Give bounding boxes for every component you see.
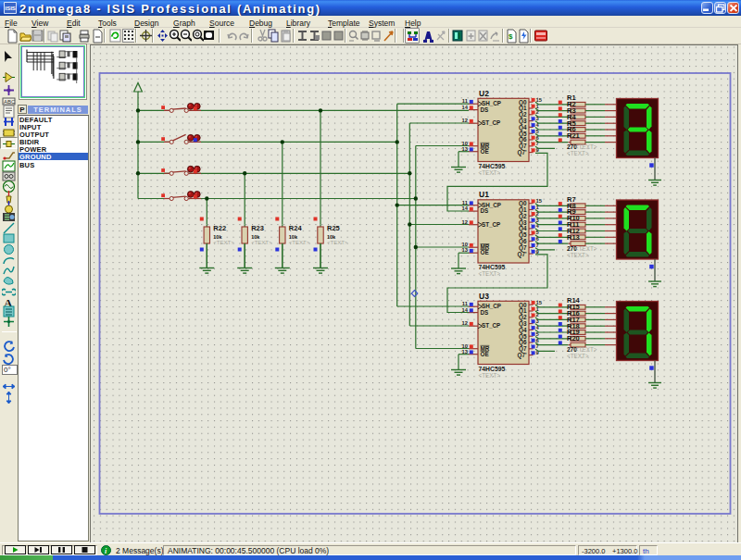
svg-text:R22: R22 [213, 224, 226, 232]
svg-text:Q7': Q7' [518, 352, 527, 359]
svg-text:OE: OE [481, 148, 489, 155]
svg-text:10k: 10k [251, 234, 260, 240]
svg-text:<TEXT>: <TEXT> [251, 240, 272, 245]
svg-text:DS: DS [481, 106, 489, 113]
svg-text:$: $ [509, 32, 513, 41]
svg-text:<TEXT>: <TEXT> [575, 143, 597, 150]
svg-text:<TEXT>: <TEXT> [479, 270, 501, 277]
svg-text:10k: 10k [327, 234, 336, 240]
svg-text:<TEXT>: <TEXT> [575, 346, 597, 353]
svg-text:74HC595: 74HC595 [479, 264, 506, 270]
svg-text:14: 14 [462, 307, 469, 313]
svg-text:DS: DS [481, 309, 489, 316]
svg-text:<TEXT>: <TEXT> [567, 252, 589, 258]
svg-text:OE: OE [481, 249, 489, 255]
svg-text:<TEXT>: <TEXT> [213, 240, 234, 245]
svg-text:ISIS: ISIS [6, 6, 16, 11]
svg-text:<TEXT>: <TEXT> [575, 245, 597, 252]
svg-text:R23: R23 [251, 224, 264, 232]
svg-text:15: 15 [536, 198, 543, 204]
svg-text:14: 14 [462, 205, 469, 211]
svg-text:13: 13 [462, 349, 469, 355]
svg-text:<TEXT>: <TEXT> [289, 240, 310, 245]
svg-text:R20: R20 [567, 334, 580, 342]
svg-text:12: 12 [462, 219, 468, 225]
svg-text:11: 11 [462, 200, 469, 205]
svg-text:R13: R13 [567, 233, 580, 242]
svg-text:12: 12 [462, 320, 468, 326]
svg-text:14: 14 [462, 105, 469, 110]
svg-text:R25: R25 [327, 224, 340, 232]
svg-text:11: 11 [462, 301, 469, 306]
svg-text:ST_CP: ST_CP [482, 221, 500, 228]
svg-text:ST_CP: ST_CP [482, 322, 500, 329]
svg-text:12: 12 [462, 118, 468, 123]
svg-text:U1: U1 [479, 190, 489, 199]
svg-text:R21: R21 [567, 131, 580, 140]
svg-text:10k: 10k [289, 234, 298, 240]
svg-text:<TEXT>: <TEXT> [327, 240, 348, 245]
svg-text:13: 13 [462, 146, 469, 152]
svg-text:Q7': Q7' [518, 251, 527, 258]
svg-text:11: 11 [462, 98, 469, 104]
svg-text:R24: R24 [289, 224, 303, 232]
svg-text:<TEXT>: <TEXT> [567, 150, 589, 156]
svg-text:ST_CP: ST_CP [482, 119, 500, 126]
svg-text:DS: DS [481, 207, 489, 214]
svg-text:74HC595: 74HC595 [479, 163, 506, 169]
svg-text:<TEXT>: <TEXT> [479, 372, 501, 379]
svg-text:74HC595: 74HC595 [479, 366, 506, 372]
svg-text:10k: 10k [213, 234, 222, 240]
svg-text:<TEXT>: <TEXT> [567, 353, 589, 359]
svg-text:13: 13 [462, 247, 469, 253]
svg-text:U2: U2 [479, 89, 489, 98]
svg-text:OE: OE [481, 351, 489, 357]
svg-text:15: 15 [536, 300, 543, 305]
svg-text:15: 15 [536, 97, 543, 103]
svg-text:<TEXT>: <TEXT> [479, 169, 501, 176]
svg-text:Q7': Q7' [518, 149, 527, 156]
svg-text:U3: U3 [479, 292, 489, 301]
